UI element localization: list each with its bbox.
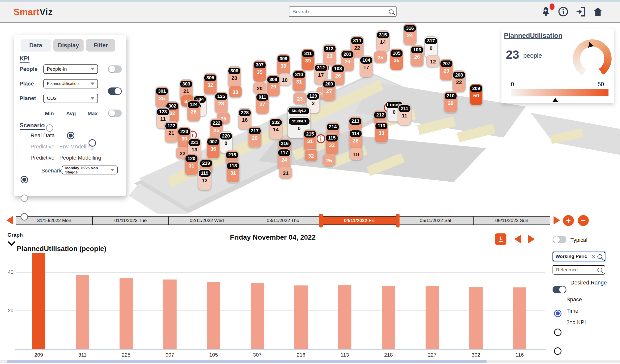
room-marker-value[interactable]: 18 [349,148,363,160]
planet-select[interactable]: CO2 [43,94,98,103]
chart-bar-302[interactable] [469,287,483,349]
people-select[interactable]: People-in [43,64,98,74]
timeline-day-selected[interactable]: 04/11/2022 Fri [321,216,398,225]
timeline-range-handle[interactable] [396,214,400,227]
close-icon[interactable]: ✕ [591,253,595,259]
chart-bar-227[interactable] [426,286,439,349]
chart-bar-007[interactable] [163,280,177,349]
predictive-env-radio[interactable] [21,195,28,202]
room-marker[interactable]: 10626 [410,45,424,67]
typical-toggle[interactable] [553,236,566,243]
room-marker[interactable]: 20729 [440,59,453,81]
room-marker[interactable]: 12426 [187,100,200,122]
room-marker[interactable]: 12523 [215,92,228,113]
predictive-people-radio[interactable] [21,213,28,221]
chart-prev-icon[interactable] [514,235,521,243]
room-marker[interactable]: 30620 [228,66,241,88]
timeline-day-5[interactable]: 05/11/2022 Sat [397,216,474,225]
room-marker-value[interactable]: 32 [304,149,318,162]
people-toggle[interactable] [108,65,122,73]
home-icon[interactable] [592,6,604,17]
room-marker[interactable]: 20950 [469,84,483,106]
room-marker-value[interactable]: 25 [374,51,387,63]
download-button[interactable] [495,233,506,245]
timeline-day-1[interactable]: 01/11/2022 Tue [92,216,169,225]
search-input[interactable] [292,8,389,15]
room-marker[interactable]: 22816 [238,108,251,130]
reference-input[interactable] [556,267,597,273]
chart-bar-116[interactable] [513,287,526,349]
room-marker[interactable]: 31514 [376,30,390,52]
timeline-next-icon[interactable] [554,216,560,224]
info-icon[interactable] [558,6,569,17]
timeline-range-handle[interactable] [319,214,323,227]
room-marker[interactable]: 31624 [403,24,417,45]
room-marker[interactable]: 21531 [303,129,317,151]
room-marker[interactable]: 31139 [301,49,315,71]
room-marker-value[interactable]: 10 [278,73,291,86]
room-marker[interactable]: 10417 [360,56,373,77]
alert-icon[interactable]: i [316,134,325,143]
chart-bar-216[interactable] [294,285,308,349]
timeline-day-6[interactable]: 06/11/2022 Sun [473,216,550,225]
room-marker[interactable]: 21111 [398,104,411,126]
room-marker[interactable]: 10535 [390,49,403,70]
desired-range-toggle[interactable] [553,286,566,293]
room-marker[interactable]: 31031 [292,70,306,92]
mode-space-radio[interactable] [554,310,561,317]
tab-filter[interactable]: Filter [86,39,115,52]
room-marker[interactable]: 11831 [226,161,240,183]
chart-bar-307[interactable] [251,283,264,349]
room-marker-value[interactable]: 25 [322,154,336,166]
search-icon[interactable] [597,254,602,259]
timeline-day-2[interactable]: 02/11/2022 Wed [168,216,245,225]
mode-2ndkpi-radio[interactable] [554,347,561,355]
room-marker-value[interactable]: 33 [229,85,242,98]
search-icon[interactable] [597,268,602,272]
room-marker[interactable]: 11333 [375,121,388,143]
planet-toggle[interactable] [108,110,122,117]
room-marker[interactable]: 30532 [204,73,217,95]
search-icon[interactable] [389,9,394,14]
room-marker[interactable]: 30829 [267,75,280,97]
room-marker-value[interactable]: 12 [426,55,440,67]
gauge-title[interactable]: PlannedUtilisation [504,32,562,40]
chart-next-icon[interactable] [528,235,535,243]
chart-bar-218[interactable] [382,286,395,349]
room-marker[interactable]: 23214 [269,118,282,140]
working-period-filter[interactable]: Working Peric ✕ [553,252,605,261]
room-marker[interactable]: 11532 [325,133,339,155]
room-marker[interactable]: 31323 [323,44,336,66]
room-marker-value[interactable]: 21 [279,167,292,179]
chart-bar-113[interactable] [338,285,351,349]
room-marker-value[interactable]: 23 [293,92,307,105]
chart-bar-209[interactable] [32,253,45,349]
timeline-zoom-in-button[interactable]: + [563,215,574,226]
logout-icon[interactable] [575,6,586,17]
mode-time-radio[interactable] [554,329,561,336]
place-toggle[interactable] [108,87,122,95]
tab-display[interactable]: Display [53,39,84,52]
reference-filter[interactable] [553,265,605,275]
chart-bar-105[interactable] [207,282,220,349]
room-marker[interactable]: 2200 [219,131,233,153]
timeline-zoom-out-button[interactable]: − [578,215,589,226]
search-box[interactable] [289,6,397,17]
room-marker[interactable]: 20822 [452,70,466,92]
room-marker[interactable]: 21726 [248,126,261,148]
scenarios-select[interactable]: Monday 75/25 Non Stagge [62,166,118,174]
room-marker[interactable]: 30735 [253,60,266,82]
min-radio[interactable] [46,124,53,132]
chart-bar-225[interactable] [120,278,133,349]
tab-data[interactable]: Data [21,39,51,52]
room-marker[interactable]: 01127 [256,92,269,114]
room-marker[interactable]: 20027 [322,79,336,101]
room-marker[interactable]: 11912 [198,168,211,190]
chart-bar-311[interactable] [76,275,89,349]
room-marker[interactable]: 00736 [207,137,220,159]
room-marker[interactable]: 12031 [185,154,198,176]
room-marker[interactable]: 30930 [277,54,290,76]
room-marker[interactable]: 21029 [444,91,457,113]
room-marker[interactable]: 12221 [165,121,178,143]
place-select[interactable]: PlannedUtilisation [43,79,98,88]
